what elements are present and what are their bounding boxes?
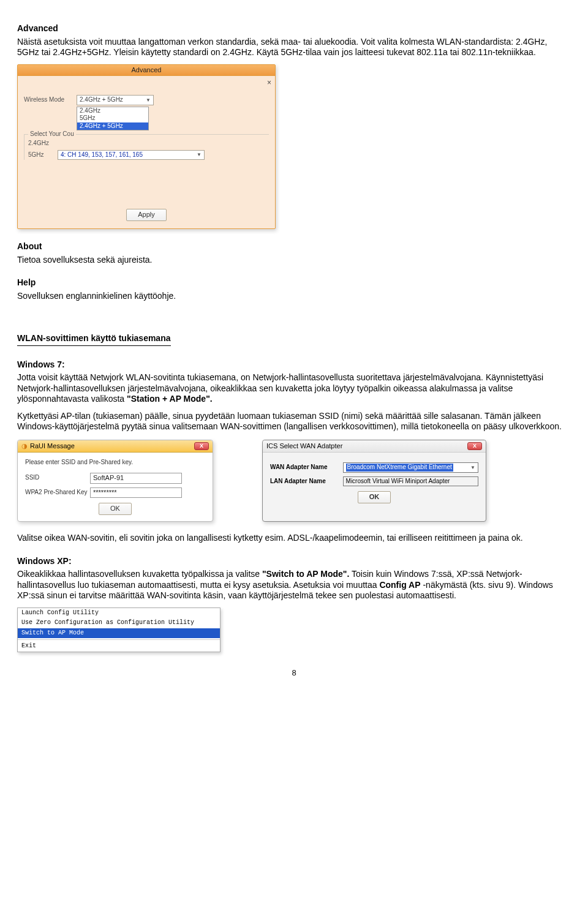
option-combo[interactable]: 2.4GHz + 5GHz	[77, 122, 148, 130]
lan-adapter-label: LAN Adapter Name	[270, 478, 343, 486]
about-desc: Tietoa sovelluksesta sekä ajureista.	[17, 255, 571, 266]
windowsxp-heading: Windows XP:	[17, 556, 571, 567]
advanced-dialog: Advanced × Wireless Mode 2.4GHz + 5GHz ▼…	[17, 64, 276, 230]
wpa2-label: WPA2 Pre-Shared Key	[25, 489, 90, 497]
xp-context-menu[interactable]: Launch Config Utility Use Zero Configura…	[17, 607, 221, 652]
ssid-label: SSID	[25, 474, 90, 482]
ics-select-wan-dialog: ICS Select WAN Adatpter X WAN Adapter Na…	[262, 440, 486, 522]
xp-menu-launch-config[interactable]: Launch Config Utility	[18, 608, 220, 619]
xp-menu-zero-config[interactable]: Use Zero Configuration as Configuration …	[18, 618, 220, 628]
windowsxp-para: Oikeaklikkaa hallintasovelluksen kuvaket…	[17, 569, 571, 601]
wan-adapter-label: WAN Adapter Name	[270, 464, 343, 472]
ics-title: ICS Select WAN Adatpter	[266, 442, 342, 451]
advanced-desc: Näistä asetuksista voit muuttaa langatto…	[17, 37, 571, 58]
chevron-down-icon: ▼	[470, 465, 475, 471]
windows7-heading: Windows 7:	[17, 359, 571, 371]
wireless-mode-value: 2.4GHz + 5GHz	[80, 96, 123, 104]
xp-menu-exit[interactable]: Exit	[18, 641, 220, 652]
label-5ghz: 5GHz	[28, 151, 58, 159]
xp-menu-switch-ap[interactable]: Switch to AP Mode	[18, 628, 220, 639]
lan-adapter-value: Microsoft Virtual WiFi Miniport Adapter	[343, 476, 478, 487]
close-icon[interactable]: X	[467, 442, 482, 450]
advanced-heading: Advanced	[17, 23, 571, 34]
about-heading: About	[17, 241, 571, 252]
chevron-down-icon: ▼	[197, 152, 202, 158]
help-desc: Sovelluksen englanninkielinen käyttöohje…	[17, 291, 571, 302]
wlan-ap-heading: WLAN-sovittimen käyttö tukiasemana	[17, 333, 171, 346]
wireless-mode-label: Wireless Mode	[24, 96, 77, 104]
advanced-dialog-title: Advanced	[18, 65, 275, 77]
wan-adapter-select[interactable]: Broadcom NetXtreme Gigabit Ethernet ▼	[343, 462, 478, 473]
page-number: 8	[17, 668, 571, 678]
wpa2-input[interactable]: *********	[90, 487, 182, 498]
menu-separator	[18, 639, 220, 640]
raui-ok-button[interactable]: OK	[99, 503, 132, 515]
raui-message: Please enter SSID and Pre-Shared key.	[25, 459, 205, 467]
channel-value: 4: CH 149, 153, 157, 161, 165	[61, 151, 143, 159]
wireless-mode-select[interactable]: 2.4GHz + 5GHz ▼	[77, 95, 154, 105]
wireless-mode-options[interactable]: 2.4GHz 5GHz 2.4GHz + 5GHz	[77, 107, 149, 131]
ics-ok-button[interactable]: OK	[358, 491, 391, 503]
post-dialog-para: Valitse oikea WAN-sovitin, eli sovitin j…	[17, 533, 571, 544]
ssid-input[interactable]: SoftAP-91	[90, 473, 182, 484]
channel-select[interactable]: 4: CH 149, 153, 157, 161, 165 ▼	[58, 150, 205, 160]
help-heading: Help	[17, 277, 571, 288]
raui-title: ◑RaUI Message	[21, 442, 75, 451]
raui-message-dialog: ◑RaUI Message X Please enter SSID and Pr…	[17, 440, 213, 522]
app-icon: ◑	[21, 442, 28, 450]
windows7-para1-text: Jotta voisit käyttää Netwjork WLAN-sovit…	[17, 372, 543, 404]
windows7-para2: Kytkettyäsi AP-tilan (tukiaseman) päälle…	[17, 411, 571, 432]
country-fieldset: 2.4GHz 5GHz 4: CH 149, 153, 157, 161, 16…	[24, 134, 269, 160]
chevron-down-icon: ▼	[146, 97, 151, 103]
windows7-para1: Jotta voisit käyttää Netwjork WLAN-sovit…	[17, 372, 571, 405]
close-icon[interactable]: X	[194, 442, 209, 450]
option-24ghz[interactable]: 2.4GHz	[77, 107, 148, 115]
apply-button[interactable]: Apply	[126, 209, 167, 221]
label-24ghz: 2.4GHz	[28, 140, 58, 148]
option-5ghz[interactable]: 5GHz	[77, 115, 148, 122]
close-icon[interactable]: ×	[18, 76, 275, 88]
wan-adapter-value: Broadcom NetXtreme Gigabit Ethernet	[346, 464, 453, 472]
windows7-para1-bold: "Station + AP Mode".	[127, 394, 213, 404]
